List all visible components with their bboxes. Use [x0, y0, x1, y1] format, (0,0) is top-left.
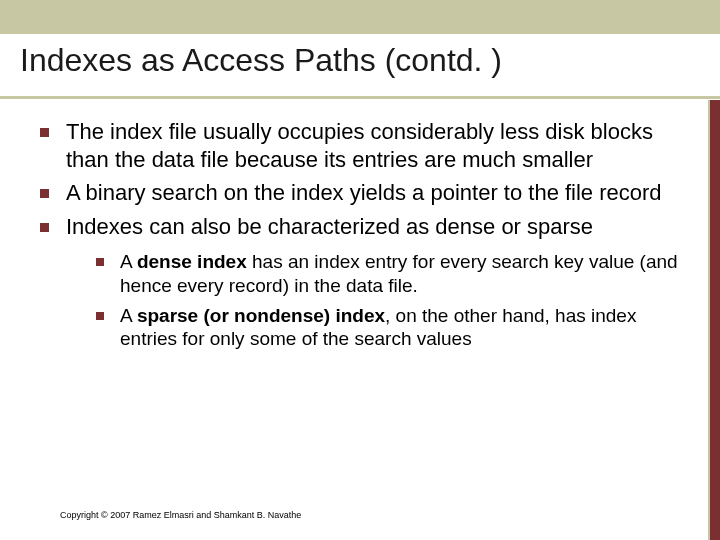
- sub-bullet-prefix: A: [120, 305, 137, 326]
- body-content: The index file usually occupies consider…: [38, 118, 678, 357]
- sub-bullet-list: A dense index has an index entry for eve…: [66, 250, 678, 351]
- bullet-text: A binary search on the index yields a po…: [66, 180, 662, 205]
- copyright-footer: Copyright © 2007 Ramez Elmasri and Shamk…: [60, 510, 301, 520]
- bullet-text: Indexes can also be characterized as den…: [66, 214, 593, 239]
- right-edge-decoration: [708, 100, 720, 540]
- title-underline: [0, 96, 720, 99]
- list-item: A dense index has an index entry for eve…: [94, 250, 678, 298]
- sub-bullet-bold: sparse (or nondense) index: [137, 305, 385, 326]
- slide: Indexes as Access Paths (contd. ) The in…: [0, 0, 720, 540]
- list-item: The index file usually occupies consider…: [38, 118, 678, 173]
- list-item: A binary search on the index yields a po…: [38, 179, 678, 207]
- bullet-list: The index file usually occupies consider…: [38, 118, 678, 351]
- bullet-text: The index file usually occupies consider…: [66, 119, 653, 172]
- title-area: Indexes as Access Paths (contd. ): [20, 42, 700, 79]
- top-band: [0, 0, 720, 34]
- list-item: Indexes can also be characterized as den…: [38, 213, 678, 352]
- list-item: A sparse (or nondense) index, on the oth…: [94, 304, 678, 352]
- sub-bullet-prefix: A: [120, 251, 137, 272]
- slide-title: Indexes as Access Paths (contd. ): [20, 42, 700, 79]
- sub-bullet-bold: dense index: [137, 251, 247, 272]
